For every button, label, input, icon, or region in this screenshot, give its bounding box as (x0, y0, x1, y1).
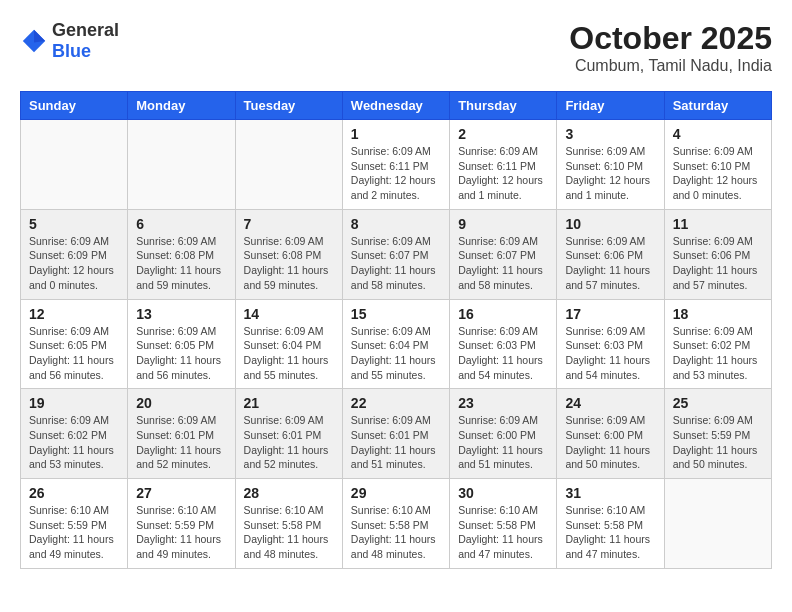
day-number: 1 (351, 126, 441, 142)
calendar-day-cell: 24Sunrise: 6:09 AMSunset: 6:00 PMDayligh… (557, 389, 664, 479)
day-number: 26 (29, 485, 119, 501)
calendar-day-cell (235, 120, 342, 210)
day-info: Sunrise: 6:10 AMSunset: 5:59 PMDaylight:… (29, 503, 119, 562)
weekday-header-saturday: Saturday (664, 92, 771, 120)
weekday-header-wednesday: Wednesday (342, 92, 449, 120)
calendar-day-cell: 1Sunrise: 6:09 AMSunset: 6:11 PMDaylight… (342, 120, 449, 210)
day-number: 5 (29, 216, 119, 232)
calendar-day-cell: 6Sunrise: 6:09 AMSunset: 6:08 PMDaylight… (128, 209, 235, 299)
month-title: October 2025 (569, 20, 772, 57)
day-number: 12 (29, 306, 119, 322)
calendar-day-cell: 5Sunrise: 6:09 AMSunset: 6:09 PMDaylight… (21, 209, 128, 299)
day-number: 4 (673, 126, 763, 142)
calendar-day-cell: 14Sunrise: 6:09 AMSunset: 6:04 PMDayligh… (235, 299, 342, 389)
logo-text: General Blue (52, 20, 119, 62)
title-block: October 2025 Cumbum, Tamil Nadu, India (569, 20, 772, 75)
day-info: Sunrise: 6:10 AMSunset: 5:58 PMDaylight:… (565, 503, 655, 562)
location-title: Cumbum, Tamil Nadu, India (569, 57, 772, 75)
calendar-week-row: 5Sunrise: 6:09 AMSunset: 6:09 PMDaylight… (21, 209, 772, 299)
day-info: Sunrise: 6:09 AMSunset: 6:11 PMDaylight:… (458, 144, 548, 203)
calendar-day-cell: 28Sunrise: 6:10 AMSunset: 5:58 PMDayligh… (235, 479, 342, 569)
calendar-day-cell: 27Sunrise: 6:10 AMSunset: 5:59 PMDayligh… (128, 479, 235, 569)
day-info: Sunrise: 6:09 AMSunset: 6:08 PMDaylight:… (136, 234, 226, 293)
calendar-day-cell: 18Sunrise: 6:09 AMSunset: 6:02 PMDayligh… (664, 299, 771, 389)
calendar-day-cell: 17Sunrise: 6:09 AMSunset: 6:03 PMDayligh… (557, 299, 664, 389)
calendar-day-cell: 3Sunrise: 6:09 AMSunset: 6:10 PMDaylight… (557, 120, 664, 210)
day-info: Sunrise: 6:09 AMSunset: 6:09 PMDaylight:… (29, 234, 119, 293)
day-number: 21 (244, 395, 334, 411)
weekday-header-sunday: Sunday (21, 92, 128, 120)
day-info: Sunrise: 6:09 AMSunset: 6:11 PMDaylight:… (351, 144, 441, 203)
day-number: 9 (458, 216, 548, 232)
logo-blue: Blue (52, 41, 91, 61)
day-number: 2 (458, 126, 548, 142)
day-info: Sunrise: 6:10 AMSunset: 5:58 PMDaylight:… (458, 503, 548, 562)
day-info: Sunrise: 6:09 AMSunset: 6:08 PMDaylight:… (244, 234, 334, 293)
day-info: Sunrise: 6:09 AMSunset: 6:00 PMDaylight:… (565, 413, 655, 472)
calendar-day-cell: 7Sunrise: 6:09 AMSunset: 6:08 PMDaylight… (235, 209, 342, 299)
day-number: 15 (351, 306, 441, 322)
calendar-day-cell: 30Sunrise: 6:10 AMSunset: 5:58 PMDayligh… (450, 479, 557, 569)
calendar-day-cell: 31Sunrise: 6:10 AMSunset: 5:58 PMDayligh… (557, 479, 664, 569)
day-number: 11 (673, 216, 763, 232)
day-info: Sunrise: 6:09 AMSunset: 6:01 PMDaylight:… (136, 413, 226, 472)
day-number: 8 (351, 216, 441, 232)
day-number: 3 (565, 126, 655, 142)
day-info: Sunrise: 6:09 AMSunset: 6:04 PMDaylight:… (244, 324, 334, 383)
day-info: Sunrise: 6:09 AMSunset: 6:03 PMDaylight:… (458, 324, 548, 383)
day-info: Sunrise: 6:09 AMSunset: 6:05 PMDaylight:… (136, 324, 226, 383)
calendar-day-cell: 8Sunrise: 6:09 AMSunset: 6:07 PMDaylight… (342, 209, 449, 299)
calendar-day-cell: 9Sunrise: 6:09 AMSunset: 6:07 PMDaylight… (450, 209, 557, 299)
calendar-day-cell: 16Sunrise: 6:09 AMSunset: 6:03 PMDayligh… (450, 299, 557, 389)
calendar-day-cell: 10Sunrise: 6:09 AMSunset: 6:06 PMDayligh… (557, 209, 664, 299)
day-number: 17 (565, 306, 655, 322)
day-number: 6 (136, 216, 226, 232)
svg-marker-1 (34, 30, 45, 43)
day-number: 14 (244, 306, 334, 322)
calendar-day-cell (664, 479, 771, 569)
weekday-header-monday: Monday (128, 92, 235, 120)
day-info: Sunrise: 6:09 AMSunset: 6:06 PMDaylight:… (673, 234, 763, 293)
day-number: 10 (565, 216, 655, 232)
day-info: Sunrise: 6:09 AMSunset: 6:03 PMDaylight:… (565, 324, 655, 383)
day-number: 18 (673, 306, 763, 322)
day-number: 25 (673, 395, 763, 411)
day-number: 27 (136, 485, 226, 501)
day-info: Sunrise: 6:09 AMSunset: 6:01 PMDaylight:… (244, 413, 334, 472)
day-info: Sunrise: 6:10 AMSunset: 5:59 PMDaylight:… (136, 503, 226, 562)
day-number: 23 (458, 395, 548, 411)
day-info: Sunrise: 6:09 AMSunset: 6:10 PMDaylight:… (673, 144, 763, 203)
calendar-table: SundayMondayTuesdayWednesdayThursdayFrid… (20, 91, 772, 569)
calendar-day-cell (128, 120, 235, 210)
day-number: 20 (136, 395, 226, 411)
calendar-day-cell: 25Sunrise: 6:09 AMSunset: 5:59 PMDayligh… (664, 389, 771, 479)
weekday-header-tuesday: Tuesday (235, 92, 342, 120)
calendar-day-cell: 29Sunrise: 6:10 AMSunset: 5:58 PMDayligh… (342, 479, 449, 569)
day-number: 30 (458, 485, 548, 501)
day-number: 28 (244, 485, 334, 501)
day-info: Sunrise: 6:09 AMSunset: 6:05 PMDaylight:… (29, 324, 119, 383)
calendar-day-cell (21, 120, 128, 210)
calendar-day-cell: 12Sunrise: 6:09 AMSunset: 6:05 PMDayligh… (21, 299, 128, 389)
day-info: Sunrise: 6:09 AMSunset: 6:07 PMDaylight:… (351, 234, 441, 293)
day-info: Sunrise: 6:10 AMSunset: 5:58 PMDaylight:… (351, 503, 441, 562)
logo: General Blue (20, 20, 119, 62)
calendar-day-cell: 22Sunrise: 6:09 AMSunset: 6:01 PMDayligh… (342, 389, 449, 479)
day-info: Sunrise: 6:09 AMSunset: 6:00 PMDaylight:… (458, 413, 548, 472)
calendar-week-row: 1Sunrise: 6:09 AMSunset: 6:11 PMDaylight… (21, 120, 772, 210)
calendar-day-cell: 15Sunrise: 6:09 AMSunset: 6:04 PMDayligh… (342, 299, 449, 389)
calendar-header-row: SundayMondayTuesdayWednesdayThursdayFrid… (21, 92, 772, 120)
day-number: 24 (565, 395, 655, 411)
day-info: Sunrise: 6:09 AMSunset: 6:06 PMDaylight:… (565, 234, 655, 293)
calendar-week-row: 19Sunrise: 6:09 AMSunset: 6:02 PMDayligh… (21, 389, 772, 479)
day-info: Sunrise: 6:09 AMSunset: 6:02 PMDaylight:… (673, 324, 763, 383)
day-info: Sunrise: 6:09 AMSunset: 6:07 PMDaylight:… (458, 234, 548, 293)
logo-icon (20, 27, 48, 55)
logo-general: General (52, 20, 119, 40)
calendar-week-row: 12Sunrise: 6:09 AMSunset: 6:05 PMDayligh… (21, 299, 772, 389)
day-number: 29 (351, 485, 441, 501)
day-number: 31 (565, 485, 655, 501)
day-number: 13 (136, 306, 226, 322)
day-info: Sunrise: 6:09 AMSunset: 6:01 PMDaylight:… (351, 413, 441, 472)
calendar-day-cell: 26Sunrise: 6:10 AMSunset: 5:59 PMDayligh… (21, 479, 128, 569)
